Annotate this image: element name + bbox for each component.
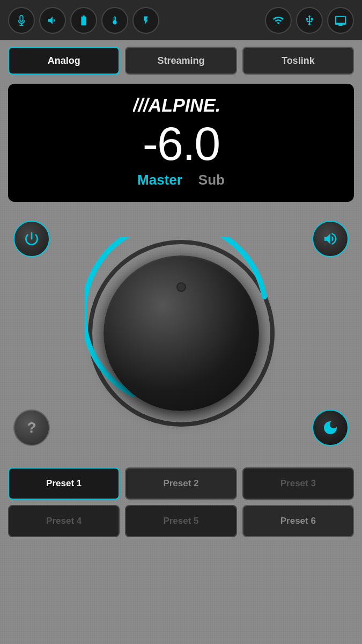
top-navigation-bar [0,0,362,40]
volume-knob[interactable] [104,255,259,411]
mute-button[interactable] [312,221,349,257]
control-area: ? [0,204,362,462]
alpine-logo: ///ALPINE. [133,92,230,116]
wifi-icon-btn[interactable] [265,7,292,34]
svg-text:///ALPINE.: ///ALPINE. [133,94,220,114]
knob-indicator [176,282,186,292]
volume-knob-container [85,237,278,430]
channel-sub[interactable]: Sub [198,172,225,188]
microphone-icon-btn[interactable] [8,7,35,34]
tab-streaming[interactable]: Streaming [125,47,237,75]
display-panel: ///ALPINE. -6.0 Master Sub [8,84,354,202]
channel-master[interactable]: Master [137,172,182,188]
preset-1-button[interactable]: Preset 1 [8,467,120,500]
presets-area: Preset 1 Preset 2 Preset 3 Preset 4 Pres… [0,462,362,553]
night-mode-button[interactable] [312,409,349,446]
thermometer-icon-btn[interactable] [101,7,128,34]
source-selector: Analog Streaming Toslink [0,40,362,81]
preset-6-button[interactable]: Preset 6 [242,505,354,537]
help-button[interactable]: ? [13,409,50,446]
presets-row-1: Preset 1 Preset 2 Preset 3 [8,467,354,500]
presets-row-2: Preset 4 Preset 5 Preset 6 [8,505,354,537]
preset-5-button[interactable]: Preset 5 [125,505,237,537]
volume-readout: -6.0 [143,120,220,167]
battery-icon-btn[interactable] [70,7,97,34]
question-mark-icon: ? [27,419,36,436]
tab-analog[interactable]: Analog [8,47,120,75]
preset-2-button[interactable]: Preset 2 [125,467,237,500]
channel-selector: Master Sub [137,172,225,191]
usb-icon-btn[interactable] [296,7,323,34]
preset-4-button[interactable]: Preset 4 [8,505,120,537]
top-bar-left-icons [8,7,159,34]
power-button[interactable] [13,221,50,257]
top-bar-right-icons [265,7,354,34]
tab-toslink[interactable]: Toslink [242,47,354,75]
screen-icon-btn[interactable] [327,7,354,34]
speaker-icon-btn[interactable] [39,7,66,34]
lightning-icon-btn[interactable] [132,7,159,34]
preset-3-button[interactable]: Preset 3 [242,467,354,500]
